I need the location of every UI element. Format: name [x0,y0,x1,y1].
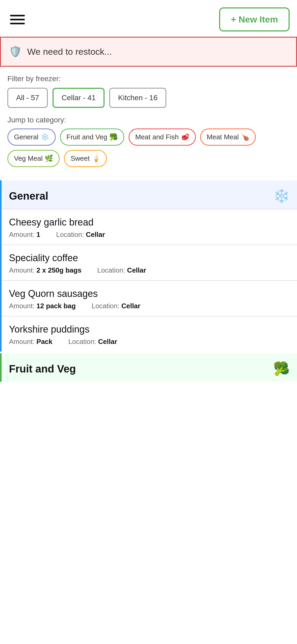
item-meta: Amount: 2 x 250g bags Location: Cellar [9,266,290,274]
amount-value: 12 pack bag [36,302,76,310]
amount-value: 1 [36,231,40,238]
general-section-emoji: ❄️ [273,188,290,204]
location-label: Location: Cellar [56,231,105,239]
location-label: Location: Cellar [68,338,117,346]
veg-meal-emoji: 🌿 [45,154,53,163]
meat-fish-label: Meat and Fish [135,133,179,141]
filter-label: Filter by freezer: [7,75,290,83]
amount-label: Amount: 2 x 250g bags [9,266,82,274]
amount-label: Amount: 12 pack bag [9,302,76,310]
amount-label: Amount: Pack [9,338,53,346]
new-item-button[interactable]: + New Item [219,7,290,31]
fruit-section: Fruit and Veg 🥦 [0,353,297,382]
amount-label: Amount: 1 [9,231,40,239]
cat-btn-general[interactable]: General ❄️ [7,128,56,146]
filter-cellar[interactable]: Cellar - 41 [53,88,105,108]
general-label: General [14,133,39,141]
item-meta: Amount: 12 pack bag Location: Cellar [9,302,290,310]
meat-meal-emoji: 🍗 [241,133,249,141]
item-name: Speciality coffee [9,252,290,264]
fruit-emoji: 🥦 [109,133,118,141]
cat-btn-fruit[interactable]: Fruit and Veg 🥦 [60,128,125,146]
cat-btn-meat-meal[interactable]: Meat Meal 🍗 [200,128,256,146]
item-meta: Amount: 1 Location: Cellar [9,231,290,239]
amount-value: 2 x 250g bags [36,266,82,274]
list-item[interactable]: Cheesy garlic bread Amount: 1 Location: … [2,209,297,245]
item-name: Yorkshire puddings [9,324,290,335]
fruit-label: Fruit and Veg [67,133,107,141]
category-nav-buttons: General ❄️ Fruit and Veg 🥦 Meat and Fish… [7,128,290,167]
item-meta: Amount: Pack Location: Cellar [9,338,290,346]
list-item[interactable]: Speciality coffee Amount: 2 x 250g bags … [2,245,297,280]
fruit-section-emoji: 🥦 [273,361,290,376]
location-label: Location: Cellar [97,266,146,274]
general-section: General ❄️ Cheesy garlic bread Amount: 1… [0,180,297,352]
general-title: General [9,190,48,202]
header: + New Item [0,0,297,37]
general-emoji: ❄️ [41,133,49,141]
item-name: Cheesy garlic bread [9,217,290,228]
cat-btn-veg-meal[interactable]: Veg Meal 🌿 [7,150,60,167]
location-value: Cellar [86,231,105,238]
content-area: General ❄️ Cheesy garlic bread Amount: 1… [0,180,297,382]
fruit-header: Fruit and Veg 🥦 [2,353,297,382]
item-name: Veg Quorn sausages [9,288,290,299]
list-item[interactable]: Veg Quorn sausages Amount: 12 pack bag L… [2,280,297,316]
filter-kitchen[interactable]: Kitchen - 16 [109,88,166,108]
location-label: Location: Cellar [92,302,140,310]
list-item[interactable]: Yorkshire puddings Amount: Pack Location… [2,316,297,352]
sweet-emoji: 🍦 [92,154,100,163]
filter-section: Filter by freezer: All - 57 Cellar - 41 … [0,75,297,172]
amount-value: Pack [36,338,53,346]
cat-btn-meat-fish[interactable]: Meat and Fish 🥩 [129,128,196,146]
alert-text: We need to restock... [27,47,112,57]
hamburger-icon [10,15,25,24]
sweet-label: Sweet [70,154,89,163]
general-header: General ❄️ [2,180,297,209]
category-nav-label: Jump to category: [7,116,290,124]
cat-btn-sweet[interactable]: Sweet 🍦 [64,150,107,167]
fruit-title: Fruit and Veg [9,363,76,375]
location-value: Cellar [127,266,146,274]
location-value: Cellar [98,338,117,346]
meat-meal-label: Meat Meal [207,133,239,141]
meat-fish-emoji: 🥩 [181,133,189,141]
alert-banner: 🛡️ We need to restock... [0,37,297,67]
filter-all[interactable]: All - 57 [7,88,48,108]
veg-meal-label: Veg Meal [14,154,43,163]
menu-button[interactable] [7,12,27,27]
location-value: Cellar [121,302,140,310]
filter-buttons: All - 57 Cellar - 41 Kitchen - 16 [7,88,290,108]
alert-icon: 🛡️ [9,45,22,58]
